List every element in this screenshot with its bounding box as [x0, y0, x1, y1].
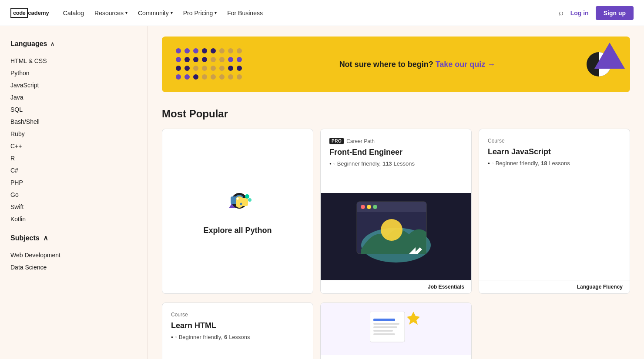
js-tag: Language Fluency [479, 280, 630, 293]
dot-9 [176, 57, 181, 62]
quiz-link[interactable]: Take our quiz → [436, 60, 496, 69]
python-icon-area [220, 184, 255, 219]
nav-catalog[interactable]: Catalog [63, 10, 84, 17]
web-dev-card-body: Explore all Web Development [321, 355, 471, 359]
nav-actions: ⌕ Log in Sign up [559, 6, 634, 20]
pro-badge: PRO [329, 138, 344, 144]
card-front-end-engineer[interactable]: PRO Career Path Front-End Engineer ● ○ B… [320, 129, 472, 294]
dot-11 [193, 57, 198, 62]
dot-8 [237, 48, 242, 53]
svg-point-4 [237, 197, 239, 199]
community-arrow-icon: ▾ [171, 10, 173, 15]
dot-19 [193, 66, 198, 71]
most-popular-title: Most Popular [162, 108, 630, 120]
front-end-illustration [321, 193, 471, 280]
dot-13 [211, 57, 216, 62]
sidebar: Languages ∧ HTML & CSS Python JavaScript… [0, 26, 148, 359]
svg-rect-20 [373, 326, 397, 328]
dot-24 [237, 66, 242, 71]
signup-button[interactable]: Sign up [596, 6, 634, 20]
sidebar-item-go[interactable]: Go [10, 189, 137, 201]
dot-25 [176, 74, 181, 80]
dot-29 [211, 74, 216, 80]
dot-1 [176, 48, 181, 53]
sidebar-item-javascript[interactable]: JavaScript [10, 79, 137, 91]
login-button[interactable]: Log in [570, 10, 589, 17]
sidebar-item-html-css[interactable]: HTML & CSS [10, 55, 137, 67]
sidebar-item-csharp[interactable]: C# [10, 164, 137, 176]
logo[interactable]: codecademy [10, 8, 49, 18]
dot-3 [193, 48, 198, 53]
page-body: Languages ∧ HTML & CSS Python JavaScript… [0, 26, 644, 359]
logo-code: code [10, 8, 28, 18]
dot-17 [176, 66, 181, 71]
subjects-section-title: Subjects ∧ [10, 234, 137, 242]
html-card-body: Course Learn HTML ● ○ Beginner friendly,… [162, 303, 313, 359]
front-end-card-body: PRO Career Path Front-End Engineer ● ○ B… [321, 129, 471, 193]
languages-chevron-icon: ∧ [50, 41, 54, 47]
svg-point-11 [361, 205, 365, 209]
card-explore-web-dev[interactable]: Explore all Web Development [320, 302, 472, 359]
sidebar-item-bash[interactable]: Bash/Shell [10, 116, 137, 128]
svg-point-13 [373, 205, 377, 209]
dot-31 [228, 74, 233, 80]
svg-marker-23 [407, 312, 420, 325]
sidebar-item-swift[interactable]: Swift [10, 201, 137, 213]
front-end-card-meta: ● ○ Beginner friendly, 113 Lessons [329, 160, 463, 167]
js-card-meta: ● ○ Beginner friendly, 18 Lessons [488, 160, 621, 166]
js-card-title: Learn JavaScript [488, 147, 621, 156]
sidebar-item-cpp[interactable]: C++ [10, 140, 137, 152]
triangle-icon [594, 43, 625, 69]
dot-27 [193, 74, 198, 80]
nav-community[interactable]: Community ▾ [138, 10, 173, 17]
html-card-title: Learn HTML [171, 321, 304, 330]
subjects-chevron-icon: ∧ [43, 234, 48, 242]
cards-grid-row1: Explore all Python PRO Career Path Front… [162, 129, 630, 294]
sidebar-item-php[interactable]: PHP [10, 176, 137, 189]
svg-point-15 [381, 219, 402, 241]
html-card-type: Course [171, 312, 304, 318]
frontend-scene-icon [348, 197, 444, 276]
card-explore-python[interactable]: Explore all Python [162, 129, 313, 294]
svg-point-7 [248, 198, 252, 202]
resources-arrow-icon: ▾ [125, 10, 127, 15]
explore-python-title: Explore all Python [203, 226, 272, 235]
card-learn-javascript[interactable]: Course Learn JavaScript ● ○ Beginner fri… [479, 129, 630, 294]
front-end-tag: Job Essentials [321, 280, 471, 293]
card-learn-html[interactable]: Course Learn HTML ● ○ Beginner friendly,… [162, 302, 313, 359]
main-content: Not sure where to begin? Take our quiz →… [148, 26, 644, 359]
dot-32 [237, 74, 242, 80]
banner-text: Not sure where to begin? Take our quiz → [253, 60, 581, 69]
languages-section-title: Languages ∧ [10, 40, 137, 48]
sidebar-item-sql[interactable]: SQL [10, 103, 137, 116]
svg-rect-19 [373, 323, 399, 325]
cards-grid-row2: Course Learn HTML ● ○ Beginner friendly,… [162, 302, 630, 359]
quiz-banner[interactable]: Not sure where to begin? Take our quiz → [162, 37, 630, 92]
sidebar-item-java[interactable]: Java [10, 91, 137, 103]
nav-resources[interactable]: Resources ▾ [94, 10, 127, 17]
sidebar-item-python[interactable]: Python [10, 67, 137, 79]
sidebar-item-data-science[interactable]: Data Science [10, 261, 137, 273]
sidebar-item-web-dev[interactable]: Web Development [10, 249, 137, 261]
dot-5 [211, 48, 216, 53]
sidebar-item-ruby[interactable]: Ruby [10, 128, 137, 140]
nav-for-business[interactable]: For Business [227, 10, 263, 17]
dot-12 [202, 57, 207, 62]
svg-point-5 [240, 203, 242, 205]
front-end-card-title: Front-End Engineer [329, 148, 463, 157]
nav-links: Catalog Resources ▾ Community ▾ Pro Pric… [63, 10, 559, 17]
pro-pricing-arrow-icon: ▾ [215, 10, 217, 15]
html-card-meta: ● ○ Beginner friendly, 6 Lessons [171, 334, 304, 340]
front-end-card-type: PRO Career Path [329, 138, 463, 144]
dot-26 [184, 74, 190, 80]
dot-28 [202, 74, 207, 80]
nav-pro-pricing[interactable]: Pro Pricing ▾ [183, 10, 217, 17]
sidebar-item-r[interactable]: R [10, 152, 137, 164]
search-icon[interactable]: ⌕ [559, 8, 564, 17]
dot-4 [202, 48, 207, 53]
main-nav: codecademy Catalog Resources ▾ Community… [0, 0, 644, 26]
sidebar-item-kotlin[interactable]: Kotlin [10, 213, 137, 225]
dot-21 [211, 66, 216, 71]
dot-18 [184, 66, 190, 71]
dot-7 [228, 48, 233, 53]
